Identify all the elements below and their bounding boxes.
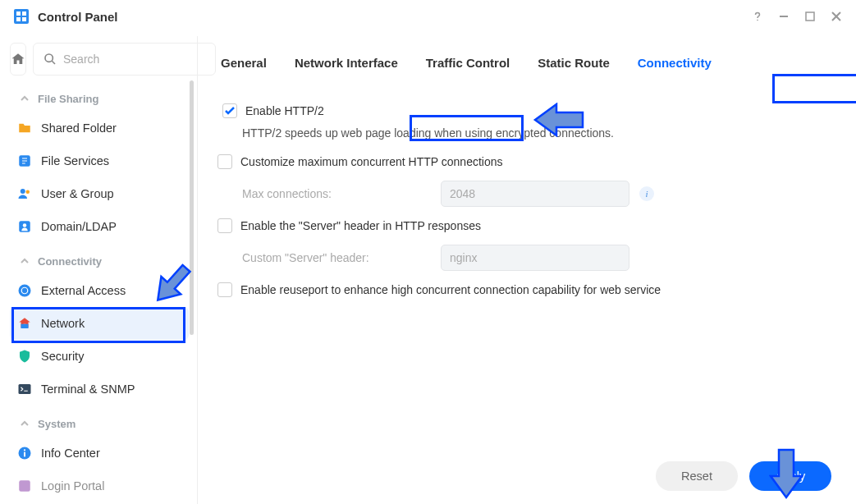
svg-rect-2 bbox=[22, 11, 26, 16]
svg-rect-0 bbox=[14, 9, 29, 24]
http2-help-text: HTTP/2 speeds up web page loading when u… bbox=[217, 121, 836, 149]
users-icon bbox=[16, 186, 33, 202]
sidebar-item-shared-folder[interactable]: Shared Folder bbox=[10, 112, 189, 144]
scrollbar[interactable] bbox=[190, 80, 194, 335]
app-icon bbox=[13, 8, 30, 25]
link-icon bbox=[16, 282, 33, 299]
close-button[interactable] bbox=[830, 10, 843, 23]
tab-network-interface[interactable]: Network Interface bbox=[291, 51, 401, 75]
shield-icon bbox=[16, 348, 33, 364]
maximize-button[interactable] bbox=[803, 10, 817, 23]
search-icon bbox=[42, 51, 58, 67]
sidebar-item-label: External Access bbox=[41, 284, 126, 297]
input-custom-server bbox=[441, 245, 629, 271]
sidebar-item-terminal-snmp[interactable]: Terminal & SNMP bbox=[10, 373, 189, 405]
svg-rect-22 bbox=[24, 452, 25, 457]
sidebar-item-label: Network bbox=[41, 317, 85, 330]
info-icon bbox=[16, 445, 33, 461]
svg-rect-7 bbox=[806, 12, 814, 21]
minimize-button[interactable] bbox=[777, 10, 790, 23]
sidebar-item-label: Terminal & SNMP bbox=[41, 383, 135, 396]
svg-point-10 bbox=[45, 54, 53, 62]
checkbox-reuseport[interactable] bbox=[217, 282, 232, 297]
terminal-icon bbox=[16, 381, 33, 397]
checkbox-server-header[interactable] bbox=[217, 218, 232, 233]
chevron-up-icon bbox=[16, 253, 33, 269]
svg-rect-1 bbox=[16, 11, 21, 16]
tab-traffic-control[interactable]: Traffic Control bbox=[423, 51, 514, 75]
sidebar-item-domain-ldap[interactable]: Domain/LDAP bbox=[10, 210, 189, 243]
apply-button[interactable]: Apply bbox=[749, 461, 831, 491]
domain-icon bbox=[16, 218, 33, 235]
label-custom-server: Custom "Server" header: bbox=[242, 251, 431, 264]
sidebar-item-label: Security bbox=[41, 350, 84, 363]
network-icon bbox=[16, 315, 33, 332]
content-pane: General Network Interface Traffic Contro… bbox=[197, 36, 856, 504]
svg-rect-19 bbox=[19, 384, 31, 394]
tab-general[interactable]: General bbox=[217, 51, 270, 75]
sidebar-item-user-group[interactable]: User & Group bbox=[10, 177, 189, 210]
sidebar-item-label: Domain/LDAP bbox=[41, 220, 117, 233]
label-customize-max: Customize maximum concurrent HTTP connec… bbox=[240, 155, 503, 168]
sidebar-item-label: File Services bbox=[41, 154, 109, 167]
sidebar-item-label: Info Center bbox=[41, 447, 100, 460]
chevron-up-icon bbox=[16, 415, 33, 432]
search-box[interactable] bbox=[33, 43, 216, 76]
section-system[interactable]: System bbox=[10, 405, 189, 437]
home-button[interactable] bbox=[10, 43, 26, 76]
checkbox-customize-max[interactable] bbox=[217, 154, 232, 169]
chevron-up-icon bbox=[16, 90, 33, 107]
label-reuseport: Enable reuseport to enhance high concurr… bbox=[240, 283, 661, 296]
info-icon[interactable]: i bbox=[639, 186, 654, 201]
file-services-icon bbox=[16, 153, 33, 169]
section-file-sharing[interactable]: File Sharing bbox=[10, 80, 189, 112]
checkbox-enable-http2[interactable] bbox=[222, 103, 237, 118]
section-connectivity[interactable]: Connectivity bbox=[10, 243, 189, 274]
app-title: Control Panel bbox=[38, 10, 118, 24]
sidebar-item-label: User & Group bbox=[41, 187, 114, 200]
portal-icon bbox=[16, 478, 33, 494]
sidebar-item-login-portal[interactable]: Login Portal bbox=[10, 470, 189, 502]
svg-rect-4 bbox=[22, 17, 26, 21]
tab-static-route[interactable]: Static Route bbox=[534, 51, 613, 75]
svg-point-21 bbox=[24, 449, 25, 451]
input-max-connections bbox=[441, 181, 629, 207]
section-label: System bbox=[38, 418, 76, 430]
sidebar: File Sharing Shared Folder File Services… bbox=[0, 36, 197, 504]
sidebar-item-security[interactable]: Security bbox=[10, 340, 189, 373]
svg-rect-18 bbox=[21, 324, 29, 328]
search-input[interactable] bbox=[63, 53, 207, 66]
folder-icon bbox=[16, 120, 33, 136]
svg-point-17 bbox=[19, 285, 31, 297]
svg-point-13 bbox=[21, 189, 25, 194]
svg-point-5 bbox=[757, 20, 758, 21]
tabs: General Network Interface Traffic Contro… bbox=[198, 36, 856, 84]
svg-rect-3 bbox=[16, 17, 21, 21]
svg-point-16 bbox=[23, 223, 27, 227]
svg-rect-23 bbox=[19, 480, 30, 492]
label-server-header: Enable the "Server" header in HTTP respo… bbox=[240, 219, 481, 232]
sidebar-item-network[interactable]: Network bbox=[10, 307, 189, 340]
section-label: File Sharing bbox=[38, 93, 98, 105]
reset-button[interactable]: Reset bbox=[656, 461, 738, 491]
svg-point-14 bbox=[26, 190, 30, 195]
sidebar-item-info-center[interactable]: Info Center bbox=[10, 437, 189, 470]
help-button[interactable] bbox=[751, 10, 764, 23]
section-label: Connectivity bbox=[38, 255, 102, 268]
tab-connectivity[interactable]: Connectivity bbox=[634, 51, 715, 75]
sidebar-item-external-access[interactable]: External Access bbox=[10, 274, 189, 307]
label-max-connections: Max connections: bbox=[242, 187, 431, 200]
svg-line-11 bbox=[52, 61, 55, 64]
sidebar-item-label: Shared Folder bbox=[41, 121, 117, 135]
sidebar-item-file-services[interactable]: File Services bbox=[10, 144, 189, 177]
sidebar-item-label: Login Portal bbox=[41, 479, 104, 493]
label-enable-http2: Enable HTTP/2 bbox=[245, 104, 324, 117]
